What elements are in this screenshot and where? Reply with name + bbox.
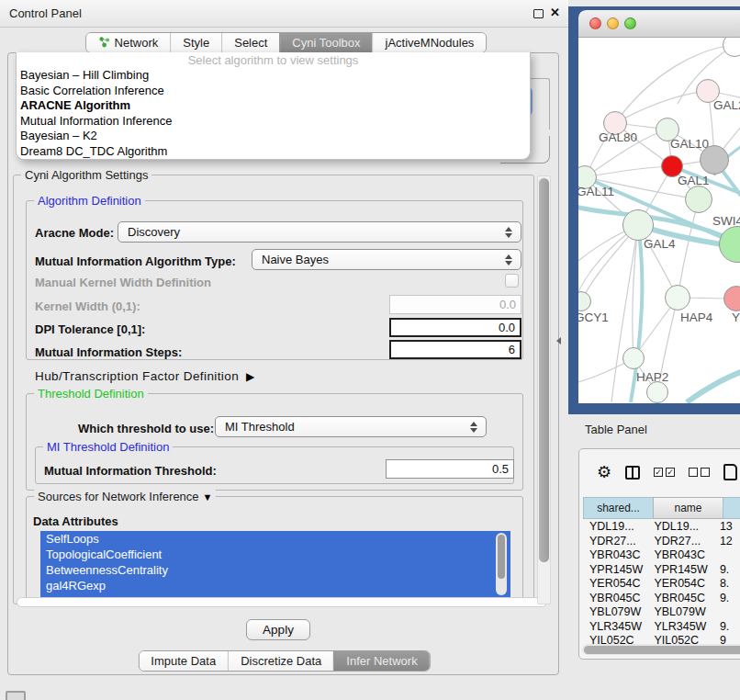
network-node[interactable] — [700, 145, 729, 175]
table-row[interactable]: YBR043CYBR043C — [583, 548, 740, 563]
group-title: MI Threshold Definition — [43, 440, 173, 454]
column-header[interactable]: A — [723, 497, 740, 519]
tab-impute-data[interactable]: Impute Data — [139, 651, 228, 671]
table-row[interactable]: YPR145WYPR145W9. — [583, 563, 740, 578]
combo-value: Discovery — [128, 225, 180, 239]
close-traffic-light[interactable] — [589, 17, 601, 29]
table-row[interactable]: YDR27...YDR27...12 — [583, 535, 740, 549]
table-panel: ⚙ ✓✓ shared...nameA YDL19...YDL19...13YD… — [578, 448, 740, 660]
top-tab-strip: Network Style Select Cyni Toolbox jActiv… — [85, 32, 488, 53]
tab-infer-network[interactable]: Infer Network — [333, 651, 429, 671]
combo-value: Naive Bayes — [262, 253, 329, 266]
algorithm-option[interactable]: ARACNE Algorithm — [17, 98, 530, 114]
deselect-all-checks-icon[interactable] — [689, 468, 710, 477]
table-row[interactable]: YBL079WYBL079W — [583, 605, 740, 620]
tab-label: Cyni Toolbox — [292, 36, 360, 50]
network-window-titlebar[interactable] — [578, 10, 740, 38]
table-horizontal-scrollbar[interactable] — [582, 644, 740, 655]
minimize-traffic-light[interactable] — [607, 17, 619, 29]
algorithm-option[interactable]: Bayesian – K2 — [17, 129, 530, 144]
manual-kernel-checkbox[interactable] — [505, 274, 519, 288]
spinner-arrows-icon — [470, 421, 477, 434]
aracne-mode-combo[interactable]: Discovery — [118, 221, 521, 243]
tab-style[interactable]: Style — [170, 33, 221, 52]
bottom-left-partial-icon[interactable] — [6, 691, 26, 700]
algorithm-option[interactable]: Dream8 DC_TDC Algorithm — [17, 144, 530, 160]
tab-discretize-data[interactable]: Discretize Data — [228, 651, 333, 671]
network-node-gal4[interactable] — [622, 209, 654, 241]
table-cell: YER054C — [647, 577, 712, 592]
network-canvas[interactable]: GAL2GAL80GAL10GAL1GAL11SWI4GAL4GCY1HAP4Y… — [578, 38, 740, 403]
kernel-width-label: Kernel Width (0,1): — [35, 299, 140, 313]
select-all-checks-icon[interactable]: ✓✓ — [654, 468, 675, 477]
control-panel: Control Panel ✕ Network Style — [0, 0, 568, 700]
column-header[interactable]: name — [653, 497, 723, 519]
table-cell: YER054C — [583, 577, 647, 592]
table-row[interactable]: YER054CYER054C8. — [583, 577, 740, 592]
attributes-scrollbar[interactable] — [496, 533, 507, 595]
sources-title: Sources for Network Inference — [38, 490, 199, 503]
data-attributes-label: Data Attributes — [33, 514, 118, 528]
network-node[interactable] — [646, 381, 668, 403]
network-icon — [98, 36, 110, 51]
attribute-item[interactable]: TopologicalCoefficient — [40, 547, 510, 562]
tab-cyni-toolbox[interactable]: Cyni Toolbox — [279, 33, 372, 52]
network-node-hap2[interactable] — [622, 347, 645, 369]
table-cell: YDL19... — [583, 520, 647, 535]
attribute-item[interactable]: BetweennessCentrality — [40, 562, 510, 578]
table-cell: YLR345W — [583, 620, 647, 635]
attribute-item[interactable]: SelfLoops — [40, 531, 510, 547]
node-label: GAL1 — [678, 174, 710, 187]
new-table-icon[interactable] — [723, 464, 737, 480]
dpi-tolerance-label: DPI Tolerance [0,1]: — [35, 322, 145, 336]
sources-legend[interactable]: Sources for Network Inference▼ — [34, 490, 216, 503]
node-label: GAL80 — [599, 130, 637, 144]
apply-button[interactable]: Apply — [246, 619, 310, 640]
mi-steps-field[interactable]: 6 — [389, 340, 521, 359]
network-node-hap4[interactable] — [665, 285, 690, 310]
scrollbar-thumb[interactable] — [498, 535, 505, 579]
split-columns-icon[interactable] — [625, 466, 640, 480]
table-cell: 9. — [712, 592, 740, 606]
algorithm-option[interactable]: Mutual Information Inference — [17, 114, 530, 130]
tab-jactivemnodules[interactable]: jActiveMNodules — [373, 33, 487, 52]
which-threshold-label: Which threshold to use: — [78, 422, 214, 435]
hub-definition-expander[interactable]: Hub/Transcription Factor Definition▶ — [35, 369, 255, 383]
mi-type-combo[interactable]: Naive Bayes — [252, 249, 521, 270]
close-icon[interactable]: ✕ — [550, 6, 560, 19]
scrollbar-thumb[interactable] — [539, 178, 549, 562]
settings-vertical-scrollbar[interactable] — [537, 175, 551, 604]
column-header[interactable]: shared... — [583, 497, 654, 519]
float-window-icon[interactable] — [533, 9, 544, 18]
mi-threshold-field[interactable]: 0.5 — [386, 459, 514, 479]
table-cell: YDR27... — [583, 535, 647, 549]
algorithm-option[interactable]: Bayesian – Hill Climbing — [17, 68, 530, 84]
table-row[interactable]: YLR345WYLR345W9. — [583, 620, 740, 635]
attribute-item[interactable]: gal4RGexp — [40, 578, 510, 593]
settings-horizontal-scrollbar[interactable] — [17, 597, 547, 607]
zoom-traffic-light[interactable] — [624, 17, 636, 29]
scrollbar-thumb[interactable] — [584, 646, 740, 654]
network-node-swi4[interactable] — [685, 186, 712, 213]
checked-box-icon: ✓ — [654, 468, 663, 477]
table-panel-title: Table Panel — [585, 423, 647, 436]
table-cell: YBL079W — [583, 605, 647, 620]
table-cell: YPR145W — [583, 563, 647, 578]
dpi-tolerance-field[interactable]: 0.0 — [389, 318, 521, 337]
panel-splitter-arrow[interactable] — [556, 337, 561, 344]
table-cell: 8. — [712, 577, 740, 592]
table-row[interactable]: YDL19...YDL19...13 — [583, 520, 740, 535]
gear-icon[interactable]: ⚙ — [597, 464, 611, 480]
algorithm-option[interactable]: Basic Correlation Inference — [17, 84, 530, 99]
which-threshold-combo[interactable]: MI Threshold — [215, 416, 487, 437]
screen: Control Panel ✕ Network Style — [0, 0, 740, 700]
tab-select[interactable]: Select — [221, 33, 279, 52]
right-region: GAL2GAL80GAL10GAL1GAL11SWI4GAL4GCY1HAP4Y… — [568, 0, 740, 700]
kernel-width-field[interactable]: 0.0 — [389, 295, 521, 314]
network-view-window: GAL2GAL80GAL10GAL1GAL11SWI4GAL4GCY1HAP4Y… — [578, 10, 740, 403]
table-row[interactable]: YBR045CYBR045C9. — [583, 592, 740, 606]
tab-network[interactable]: Network — [86, 33, 171, 52]
tab-label: Infer Network — [346, 654, 417, 668]
algorithm-list: Bayesian – Hill ClimbingBasic Correlatio… — [17, 68, 530, 160]
control-panel-titlebar: Control Panel ✕ — [0, 0, 568, 28]
